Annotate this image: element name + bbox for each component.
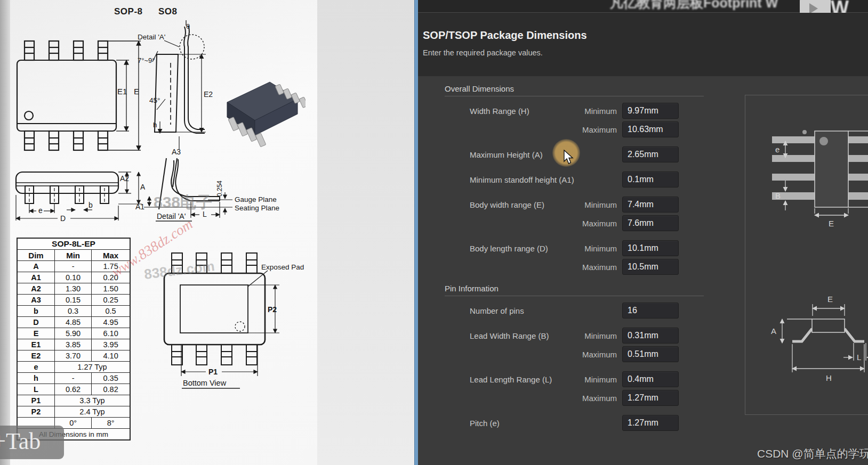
dimension-input[interactable] bbox=[622, 371, 679, 387]
keystroke-text: t+Tab bbox=[0, 428, 41, 455]
table-row: h-0.35 bbox=[17, 373, 130, 384]
field-qualifier: Maximum bbox=[582, 263, 617, 272]
field-label: Lead Width Range (B) bbox=[470, 331, 549, 340]
dimension-input[interactable] bbox=[622, 215, 679, 231]
preview-label-b: B bbox=[775, 191, 781, 200]
table-cell: A3 bbox=[17, 295, 54, 306]
exposed-pad-label: Exposed Pad bbox=[261, 263, 304, 271]
table-row: L0.620.82 bbox=[17, 384, 130, 395]
field-qualifier: Minimum bbox=[584, 107, 617, 116]
table-row: A30.150.25 bbox=[17, 295, 130, 306]
table-row: b0.30.5 bbox=[17, 306, 130, 317]
drawing-side-profile: A2 A e b D bbox=[11, 158, 145, 224]
table-cell: 4.85 bbox=[54, 317, 91, 328]
dim-label-b: b bbox=[89, 201, 93, 209]
dim-label-angle-range: 7°~9° bbox=[138, 56, 155, 64]
table-cell: SOP-8L-EP bbox=[17, 238, 130, 250]
bottom-view-label: Bottom View bbox=[183, 379, 227, 387]
detail-a-label: Detail 'A' bbox=[138, 33, 165, 41]
dialog-subtitle: Enter the required package values. bbox=[423, 48, 543, 57]
table-cell: 1.30 bbox=[54, 283, 91, 295]
table-cell: 3.70 bbox=[54, 350, 91, 362]
table-cell: 0.20 bbox=[92, 272, 130, 283]
dim-label-45: 45° bbox=[149, 96, 160, 104]
table-cell: e bbox=[17, 362, 54, 373]
dialog-header: SOP/TSOP Package Dimensions Enter the re… bbox=[418, 13, 868, 76]
field-qualifier: Minimum bbox=[584, 331, 617, 340]
table-cell: 4.95 bbox=[92, 317, 130, 328]
package-preview-panel: e B E bbox=[745, 95, 868, 415]
table-cell: 0.35 bbox=[92, 373, 130, 384]
table-cell: Max bbox=[92, 250, 130, 261]
field-qualifier: Maximum bbox=[582, 394, 617, 403]
dim-label-a3: A3 bbox=[172, 148, 181, 156]
dimension-input[interactable] bbox=[622, 197, 679, 213]
table-cell: 5.90 bbox=[54, 328, 91, 339]
field-label: Pitch (e) bbox=[470, 419, 500, 428]
video-title-text: 凡亿教育两层板Footprint W bbox=[610, 0, 778, 12]
table-cell: A1 bbox=[17, 272, 54, 283]
table-row: E13.853.95 bbox=[17, 339, 130, 350]
form-row: Lead Length Range (L)MinimumMaximum bbox=[470, 371, 679, 406]
dim-label-p1: P1 bbox=[208, 368, 218, 376]
dimension-input[interactable] bbox=[622, 390, 679, 406]
dimension-input[interactable] bbox=[622, 346, 679, 362]
table-cell: 3.3 Typ bbox=[54, 395, 130, 406]
dimension-input[interactable] bbox=[622, 303, 679, 319]
dim-label-l: L bbox=[203, 210, 207, 218]
preview-top-view: e B E bbox=[772, 130, 868, 228]
field-qualifier: Minimum bbox=[584, 200, 617, 209]
table-cell: b bbox=[17, 306, 54, 317]
table-row: A10.100.20 bbox=[17, 272, 130, 283]
dialog-title: SOP/TSOP Package Dimensions bbox=[423, 29, 587, 42]
dimension-input[interactable] bbox=[622, 146, 679, 162]
table-cell: A2 bbox=[17, 283, 54, 295]
field-label: Width Range (H) bbox=[470, 107, 529, 116]
dimensions-table: SOP-8L-EPDimMinMaxA-1.75A10.100.20A21.30… bbox=[17, 238, 131, 440]
table-cell: 4.10 bbox=[92, 350, 130, 362]
dim-label-p2: P2 bbox=[268, 305, 277, 314]
datasheet-title-so8: SO8 bbox=[158, 6, 178, 17]
table-row: D4.854.95 bbox=[17, 317, 130, 328]
package-3d-image bbox=[212, 75, 306, 149]
dim-label-e1: E1 bbox=[117, 87, 127, 96]
dimension-input[interactable] bbox=[622, 172, 679, 187]
form-row: Body width range (E)MinimumMaximum bbox=[470, 197, 679, 231]
table-cell: 1.75 bbox=[92, 261, 130, 272]
dimension-input[interactable] bbox=[622, 259, 679, 275]
table-cell: A bbox=[17, 261, 54, 272]
table-row: E5.906.10 bbox=[17, 328, 130, 339]
dimension-input[interactable] bbox=[622, 121, 679, 137]
table-cell: - bbox=[54, 373, 91, 384]
table-cell: E1 bbox=[17, 339, 54, 350]
field-qualifier: Minimum bbox=[584, 375, 617, 384]
field-label: Body width range (E) bbox=[470, 200, 544, 209]
dimension-input[interactable] bbox=[622, 103, 679, 119]
keystroke-overlay: t+Tab bbox=[0, 426, 64, 459]
table-cell: P2 bbox=[17, 406, 54, 418]
table-row: A-1.75 bbox=[17, 261, 130, 272]
dimension-input[interactable] bbox=[622, 328, 679, 344]
table-cell: 3.85 bbox=[54, 339, 91, 350]
detail-a-label-2: Detail 'A' bbox=[157, 212, 186, 221]
field-label: Maximum Height (A) bbox=[470, 150, 543, 159]
table-cell: 6.10 bbox=[92, 328, 130, 339]
field-qualifier: Minimum bbox=[584, 244, 617, 253]
section-title: Pin Information bbox=[445, 284, 704, 296]
preview-label-a: A bbox=[771, 327, 776, 336]
table-cell: E2 bbox=[17, 350, 54, 362]
preview-label-e: e bbox=[775, 145, 779, 154]
table-row: e1.27 Typ bbox=[17, 362, 130, 373]
form-row: Pitch (e) bbox=[470, 415, 679, 431]
table-cell: L bbox=[17, 384, 54, 395]
table-cell: 0.62 bbox=[54, 384, 91, 395]
drawing-bottom-view: Exposed Pad P2 P1 Bottom View bbox=[154, 238, 315, 392]
dim-label-theta: θ bbox=[186, 22, 190, 30]
table-cell: Dim bbox=[17, 250, 54, 261]
table-cell: h bbox=[17, 373, 54, 384]
dimension-input[interactable] bbox=[622, 240, 679, 256]
dim-label-h: h bbox=[153, 121, 157, 129]
preview-label-h: H bbox=[826, 373, 832, 382]
dimension-input[interactable] bbox=[622, 415, 679, 431]
table-cell: E bbox=[17, 328, 54, 339]
